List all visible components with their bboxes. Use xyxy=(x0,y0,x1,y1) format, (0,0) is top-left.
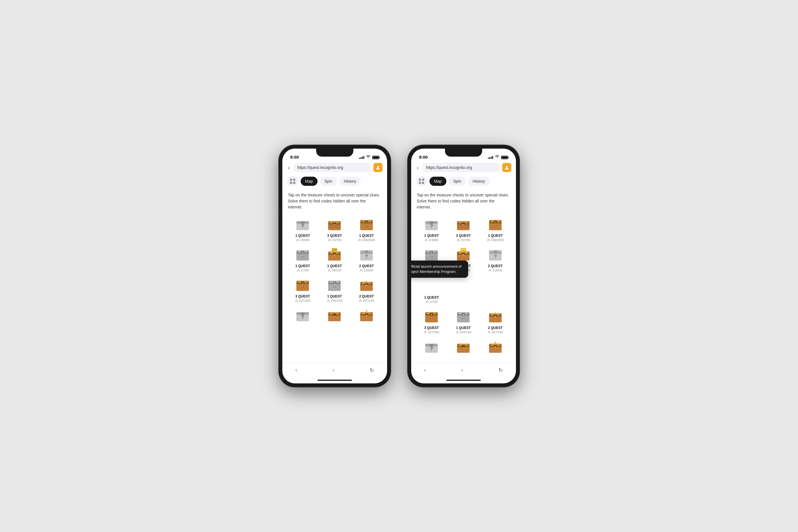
nav-forward-button-2[interactable]: › xyxy=(459,365,465,375)
svg-rect-197 xyxy=(458,344,459,346)
svg-rect-106 xyxy=(419,179,421,180)
svg-point-1 xyxy=(377,166,379,168)
user-avatar[interactable] xyxy=(373,163,382,172)
chest-p2-1: ? xyxy=(423,216,440,232)
svg-rect-101 xyxy=(371,313,372,315)
phone-1-screen: 9:00 xyxy=(282,149,387,383)
chest-p2-11 xyxy=(455,339,472,355)
quest-item-7[interactable]: 3 QUEST 327/300 xyxy=(288,277,318,302)
history-tab-2[interactable]: History xyxy=(468,177,490,186)
quest-item-3[interactable]: 1 QUEST 158/2000 xyxy=(352,216,381,242)
quest-item-p2-12[interactable] xyxy=(480,339,510,356)
svg-rect-142 xyxy=(431,252,432,253)
quest-count-p2-2: 15/700 xyxy=(457,238,471,242)
svg-rect-71 xyxy=(329,281,330,284)
quest-item-12[interactable] xyxy=(352,307,381,325)
quest-grid-2: ? 1 QUEST 2/3000 xyxy=(417,216,510,356)
quest-item-p2-9[interactable]: 2 QUEST 267/100 xyxy=(480,308,510,334)
spin-tab[interactable]: Spin xyxy=(320,177,337,186)
svg-rect-72 xyxy=(339,281,340,284)
nav-forward-button[interactable]: › xyxy=(331,365,336,375)
phone-2: 9:00 xyxy=(408,145,519,387)
svg-rect-95 xyxy=(339,313,340,315)
history-tab[interactable]: History xyxy=(339,177,361,186)
quest-grid: ? 1 QUEST 2/3000 xyxy=(288,216,381,325)
url-bar[interactable]: https://quest.incognito.org xyxy=(294,163,370,172)
user-avatar-2[interactable] xyxy=(502,163,511,172)
quest-item-p2-1[interactable]: ? 1 QUEST 2/3000 xyxy=(417,216,446,242)
nav-back-button[interactable]: ‹ xyxy=(294,365,299,375)
chest-brown-closed-3 xyxy=(358,216,375,232)
svg-point-105 xyxy=(506,166,508,168)
svg-rect-175 xyxy=(468,313,469,316)
chest-gold-12 xyxy=(358,307,375,323)
quest-item-p2-7[interactable]: 3 QUEST 327/300 xyxy=(417,308,446,334)
svg-rect-28 xyxy=(366,222,367,223)
quest-count-4: 1/700 xyxy=(297,269,309,272)
quest-count-9: 267/100 xyxy=(359,299,374,302)
battery-icon-2 xyxy=(501,156,508,159)
svg-rect-45 xyxy=(329,252,330,254)
svg-point-30 xyxy=(366,225,367,227)
quest-item-p2-4[interactable]: Find the official launch announcement of… xyxy=(417,246,446,304)
svg-rect-50 xyxy=(332,249,337,251)
svg-point-40 xyxy=(302,256,303,257)
quest-item-p2-3[interactable]: 1 QUEST 158/2000 xyxy=(480,216,510,242)
svg-rect-165 xyxy=(436,313,437,316)
scan-tab[interactable] xyxy=(287,176,298,186)
map-tab[interactable]: Map xyxy=(301,177,318,186)
quest-item-p2-6[interactable]: ? 2 QUEST 118/50 xyxy=(480,246,510,304)
chest-gray-4 xyxy=(294,246,311,262)
chest-p2-7 xyxy=(423,308,440,324)
url-bar-2[interactable]: https://quest.incognito.org xyxy=(423,163,499,172)
quest-item-p2-2[interactable]: 3 QUEST 15/700 xyxy=(449,216,478,242)
quest-item-8[interactable]: 1 QUEST 284/150 xyxy=(320,277,349,302)
chest-p2-9 xyxy=(487,308,504,324)
quest-count-7: 327/300 xyxy=(295,299,310,302)
quest-item-5[interactable]: 1 QUEST 39/100 xyxy=(320,246,349,272)
svg-rect-206 xyxy=(494,346,496,347)
map-tab-2[interactable]: Map xyxy=(430,177,446,186)
scan-tab-2[interactable] xyxy=(416,176,427,186)
chest-p2-8 xyxy=(455,308,472,324)
nav-back-button-2[interactable]: ‹ xyxy=(423,365,428,375)
quest-item-p2-10[interactable]: ? xyxy=(417,339,446,356)
quest-item-10[interactable]: ? xyxy=(288,307,318,325)
quest-item-4[interactable]: 1 QUEST 1/700 xyxy=(288,246,318,272)
quest-item-6[interactable]: ? 2 QUEST 118/50 xyxy=(352,246,381,272)
svg-rect-74 xyxy=(334,283,335,283)
status-icons-2 xyxy=(488,155,508,159)
chest-gray-8 xyxy=(326,277,343,292)
quest-count-p2-7: 327/300 xyxy=(424,330,439,334)
chest-unknown-10: ? xyxy=(294,307,311,323)
page-description: Tap on the treasure chests to uncover sp… xyxy=(288,192,381,210)
svg-rect-174 xyxy=(458,313,459,316)
spin-tab-2[interactable]: Spin xyxy=(449,177,466,186)
svg-rect-107 xyxy=(422,179,424,180)
browser-back-button[interactable]: ‹ xyxy=(287,163,291,172)
svg-text:?: ? xyxy=(365,254,368,260)
quest-item-9[interactable]: 2 QUEST 267/100 xyxy=(352,277,381,302)
quest-label-p2-3: 1 QUEST xyxy=(488,234,502,238)
status-time: 9:00 xyxy=(290,155,299,159)
nav-refresh-button-2[interactable]: ↻ xyxy=(497,365,505,375)
silent-switch xyxy=(279,172,279,183)
svg-text:?: ? xyxy=(494,254,497,260)
nav-refresh-button[interactable]: ↻ xyxy=(368,365,376,375)
browser-back-button-2[interactable]: ‹ xyxy=(416,163,420,172)
quest-label-7: 3 QUEST xyxy=(295,294,310,298)
quest-item-1[interactable]: ? 1 QUEST 2/3000 xyxy=(288,216,318,242)
svg-rect-184 xyxy=(490,314,491,316)
phone-1: 9:00 xyxy=(279,145,391,387)
quest-item-p2-11[interactable] xyxy=(449,339,478,356)
quest-item-p2-8[interactable]: 1 QUEST 284/150 xyxy=(449,308,478,334)
quest-item-11[interactable] xyxy=(320,307,349,325)
svg-rect-149 xyxy=(458,252,459,254)
svg-rect-119 xyxy=(458,222,459,224)
svg-rect-132 xyxy=(494,222,496,223)
svg-rect-48 xyxy=(334,254,335,255)
power-button xyxy=(390,197,391,217)
quest-item-2[interactable]: 3 QUEST 15/700 xyxy=(320,216,349,242)
silent-switch-2 xyxy=(408,172,408,183)
status-time-2: 9:00 xyxy=(419,155,428,159)
